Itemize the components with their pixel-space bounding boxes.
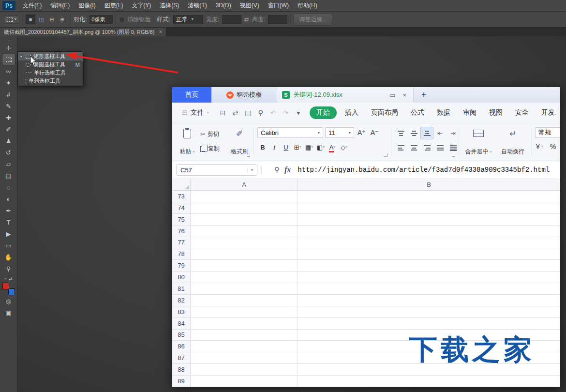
cell[interactable]	[191, 352, 298, 363]
ribbon-tab[interactable]: 数据	[431, 108, 457, 117]
fx-icon[interactable]: fx	[284, 166, 291, 174]
menubar-item[interactable]: 视图(V)	[236, 0, 264, 11]
ribbon-tab[interactable]: 审阅	[457, 108, 483, 117]
underline-button[interactable]: U	[281, 142, 291, 152]
screen-mode-button[interactable]: ▣	[2, 307, 15, 318]
tab-docer[interactable]: w 稻壳模板	[211, 87, 277, 103]
zoom-formula-icon[interactable]: ⚲	[274, 166, 280, 174]
cell[interactable]	[298, 283, 560, 294]
move-tool[interactable]: ✛	[2, 42, 15, 54]
new-tab-button[interactable]: +	[414, 87, 434, 103]
clear-format-button[interactable]: ◇▾	[339, 142, 349, 152]
quick-mask-button[interactable]: ◎	[2, 295, 15, 307]
gradient-tool[interactable]: ▤	[2, 170, 15, 181]
print-preview-icon[interactable]: ⚲	[254, 109, 267, 117]
cut-button[interactable]: ✂ 剪切	[200, 130, 219, 138]
cell[interactable]	[191, 226, 298, 237]
distribute-icon[interactable]	[447, 142, 459, 153]
feather-input[interactable]	[89, 15, 113, 24]
cell[interactable]	[298, 248, 560, 259]
background-color-swatch[interactable]	[8, 288, 15, 295]
cell[interactable]	[191, 191, 298, 202]
ribbon-tab[interactable]: 开发工具	[535, 108, 555, 117]
menubar-item[interactable]: 选择(S)	[155, 0, 183, 11]
cell[interactable]	[191, 202, 298, 213]
row-header[interactable]: 82	[172, 295, 191, 306]
decrease-font-button[interactable]: A⁻	[369, 129, 380, 136]
row-header[interactable]: 78	[172, 248, 191, 259]
color-swatches[interactable]	[2, 283, 15, 295]
row-header[interactable]: 89	[172, 376, 191, 387]
cell[interactable]	[298, 376, 560, 387]
valign-middle-icon[interactable]	[408, 127, 420, 139]
row-header[interactable]: 87	[172, 352, 191, 363]
shape-tool[interactable]: ▭	[2, 240, 15, 251]
cell[interactable]	[298, 295, 560, 306]
column-header-a[interactable]: A	[191, 179, 298, 190]
cell[interactable]	[298, 226, 560, 237]
width-input[interactable]	[222, 15, 241, 24]
cell[interactable]	[298, 306, 560, 317]
copy-button[interactable]: 复制	[200, 145, 220, 153]
ribbon-tab[interactable]: 页面布局	[365, 108, 404, 117]
file-menu-button[interactable]: ☰ 文件 ▾	[177, 108, 214, 117]
cell[interactable]	[298, 191, 560, 202]
ribbon-tab[interactable]: 安全	[509, 108, 535, 117]
bold-button[interactable]: B	[257, 142, 268, 152]
menubar-item[interactable]: 窗口(W)	[264, 0, 293, 11]
palette-grip[interactable]: ‥	[7, 37, 10, 42]
cell[interactable]	[191, 260, 298, 271]
cell[interactable]	[191, 364, 298, 375]
cell[interactable]	[191, 271, 298, 283]
indent-increase-icon[interactable]: ⇥	[447, 127, 459, 139]
antialias-checkbox[interactable]	[119, 17, 124, 22]
shading-button[interactable]: ▦▾	[304, 142, 314, 152]
wrap-text-button[interactable]: ↵ 自动换行	[498, 126, 527, 157]
cell[interactable]	[191, 341, 298, 352]
foreground-color-swatch[interactable]	[2, 283, 9, 289]
style-dropdown[interactable]: 正常 ▾	[173, 15, 203, 24]
flyout-item[interactable]: 单行选框工具	[18, 69, 83, 77]
hand-tool[interactable]: ✋	[2, 251, 15, 263]
path-selection-tool[interactable]: ▶	[2, 228, 15, 240]
eyedropper-tool[interactable]: ✎	[2, 100, 15, 112]
height-input[interactable]	[268, 15, 287, 24]
healing-brush-tool[interactable]: ✚	[2, 112, 15, 123]
dialog-launcher-icon[interactable]	[384, 153, 387, 157]
tab-document[interactable]: S 关键词-12.09.xlsx ▭ ×	[277, 87, 414, 103]
fill-color-button[interactable]: ◧▾	[315, 142, 326, 152]
indent-decrease-icon[interactable]: ⇤	[434, 127, 446, 139]
refine-edge-button[interactable]: 调整边缘...	[294, 14, 332, 26]
cell[interactable]	[298, 237, 560, 248]
rectangular-marquee-tool[interactable]	[2, 54, 15, 65]
cell[interactable]	[298, 318, 560, 329]
selection-mode-button[interactable]: ◫	[36, 15, 46, 24]
ribbon-tab[interactable]: 视图	[483, 108, 509, 117]
column-header-b[interactable]: B	[298, 179, 560, 190]
increase-font-button[interactable]: A⁺	[356, 129, 367, 136]
zoom-tool[interactable]: ⚲	[2, 263, 15, 274]
selection-mode-button[interactable]: ■	[26, 15, 35, 24]
dodge-tool[interactable]: ◐	[2, 193, 15, 205]
default-colors-icon[interactable]: ▫	[5, 276, 6, 281]
cell[interactable]	[191, 330, 298, 341]
cell[interactable]	[191, 248, 298, 259]
ribbon-tab[interactable]: 开始	[310, 106, 337, 119]
select-all-corner[interactable]	[172, 179, 191, 190]
menubar-item[interactable]: 图层(L)	[100, 0, 128, 11]
dialog-launcher-icon[interactable]	[247, 153, 250, 157]
menubar-item[interactable]: 文字(Y)	[127, 0, 155, 11]
menubar-item[interactable]: 编辑(E)	[46, 0, 74, 11]
menubar-item[interactable]: 3D(D)	[211, 0, 236, 11]
tab-home[interactable]: 首页	[172, 87, 211, 103]
row-header[interactable]: 83	[172, 306, 191, 317]
merge-center-button[interactable]: 合并居中 ▾	[462, 126, 494, 157]
format-painter-button[interactable]: ✐ 格式刷	[228, 126, 251, 157]
close-tab-icon[interactable]: ×	[401, 91, 408, 99]
flyout-item[interactable]: 椭圆选框工具M	[18, 60, 83, 69]
cell[interactable]	[298, 214, 560, 225]
cell[interactable]	[191, 318, 298, 329]
document-tab[interactable]: 微信截图_20200109104457_副本.png @ 100% (图层 0,…	[0, 28, 166, 36]
row-header[interactable]: 75	[172, 214, 191, 225]
paste-button[interactable]: 粘贴 ▾	[177, 126, 197, 157]
